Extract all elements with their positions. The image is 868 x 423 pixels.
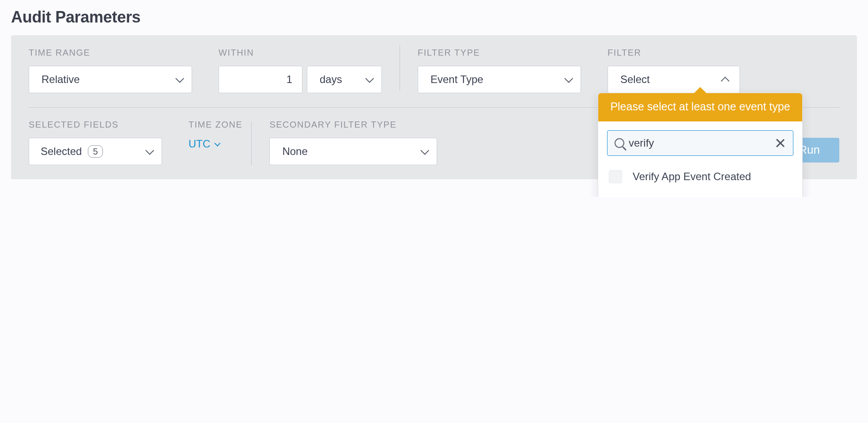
selected-fields-group: SELECTED FIELDS Selected 5	[29, 120, 162, 165]
secondary-filter-select[interactable]: None	[269, 138, 437, 165]
selected-fields-count: 5	[88, 145, 102, 158]
dropdown-warning-banner: Please select at least one event type	[598, 93, 802, 121]
selected-fields-value: Selected	[41, 145, 82, 158]
chevron-down-icon	[215, 140, 221, 147]
time-range-group: TIME RANGE Relative	[29, 48, 192, 93]
within-group: WITHIN days	[219, 48, 382, 93]
time-zone-label: TIME ZONE	[189, 120, 242, 130]
time-range-select[interactable]: Relative	[29, 66, 192, 93]
within-unit-select[interactable]: days	[307, 66, 382, 93]
chevron-down-icon	[175, 74, 184, 83]
dropdown-search-input[interactable]	[624, 137, 774, 149]
chevron-up-icon	[721, 77, 730, 86]
within-label: WITHIN	[219, 48, 382, 58]
page-title: Audit Parameters	[11, 8, 857, 26]
secondary-filter-label: SECONDARY FILTER TYPE	[269, 120, 437, 130]
time-range-value: Relative	[42, 73, 80, 86]
chevron-down-icon	[145, 146, 154, 155]
filter-group: FILTER Select Please select at least one…	[608, 48, 740, 93]
filter-select[interactable]: Select	[608, 66, 740, 93]
selected-fields-label: SELECTED FIELDS	[29, 120, 162, 130]
within-unit-value: days	[320, 73, 342, 86]
secondary-filter-group: SECONDARY FILTER TYPE None	[269, 120, 437, 165]
filter-type-value: Event Type	[430, 73, 483, 86]
chevron-down-icon	[564, 74, 573, 83]
filter-type-label: FILTER TYPE	[418, 48, 581, 58]
filter-type-group: FILTER TYPE Event Type	[418, 48, 581, 93]
clear-icon[interactable]	[774, 137, 786, 149]
chevron-down-icon	[421, 146, 430, 155]
dropdown-search[interactable]	[607, 130, 793, 156]
within-number-input[interactable]	[219, 66, 302, 93]
filter-label: FILTER	[608, 48, 740, 58]
parameters-panel: TIME RANGE Relative WITHIN days	[11, 35, 857, 179]
selected-fields-select[interactable]: Selected 5	[29, 138, 162, 165]
dropdown-option[interactable]: Verify App Event Created	[607, 163, 793, 190]
time-zone-group: TIME ZONE UTC	[189, 120, 242, 150]
dropdown-caret-icon	[693, 87, 707, 94]
filter-value: Select	[620, 73, 650, 86]
search-icon	[615, 138, 624, 148]
within-number-field[interactable]	[228, 73, 293, 86]
dropdown-option[interactable]: Verify Metadata Created	[607, 190, 793, 197]
checkbox[interactable]	[609, 170, 622, 183]
time-zone-select[interactable]: UTC	[189, 138, 242, 150]
vertical-divider	[251, 121, 252, 165]
filter-dropdown: Please select at least one event type Ve…	[598, 93, 803, 197]
row-primary: TIME RANGE Relative WITHIN days	[11, 35, 857, 107]
dropdown-option-label: Verify App Event Created	[633, 170, 751, 183]
filter-type-select[interactable]: Event Type	[418, 66, 581, 93]
secondary-filter-value: None	[282, 145, 307, 158]
time-zone-value: UTC	[189, 138, 210, 150]
time-range-label: TIME RANGE	[29, 48, 192, 58]
vertical-divider	[400, 45, 400, 91]
dropdown-option-list: Verify App Event CreatedVerify Metadata …	[598, 160, 802, 197]
chevron-down-icon	[365, 74, 374, 83]
